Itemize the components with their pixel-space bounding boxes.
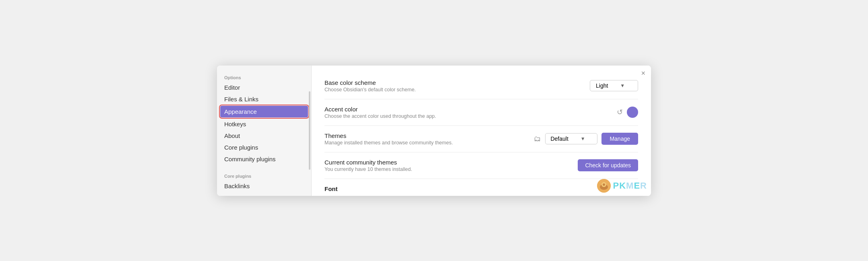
sidebar-scrollbar[interactable] bbox=[309, 91, 310, 169]
pkmer-watermark: PKMER bbox=[597, 179, 647, 193]
sidebar-item-hotkeys[interactable]: Hotkeys bbox=[217, 118, 311, 130]
reset-accent-icon[interactable]: ↺ bbox=[617, 108, 623, 117]
folder-icon[interactable]: 🗂 bbox=[534, 135, 541, 143]
core-plugins-section-label: Core plugins bbox=[217, 171, 311, 180]
setting-font-title: Font bbox=[324, 185, 638, 192]
setting-themes-info: Themes Manage installed themes and brows… bbox=[324, 132, 534, 146]
sidebar-item-core-plugins[interactable]: Core plugins bbox=[217, 142, 311, 153]
setting-accent-color-info: Accent color Choose the accent color use… bbox=[324, 106, 617, 119]
setting-accent-color-desc: Choose the accent color used throughout … bbox=[324, 113, 617, 119]
close-button[interactable]: × bbox=[641, 70, 645, 77]
sidebar-item-about[interactable]: About bbox=[217, 130, 311, 142]
setting-community-themes: Current community themes You currently h… bbox=[324, 152, 638, 179]
sidebar-item-files-links[interactable]: Files & Links bbox=[217, 93, 311, 105]
setting-community-themes-desc: You currently have 10 themes installed. bbox=[324, 166, 578, 172]
theme-value: Default bbox=[550, 136, 568, 142]
setting-base-color-scheme-title: Base color scheme bbox=[324, 79, 590, 86]
setting-base-color-scheme: Base color scheme Choose Obsidian's defa… bbox=[324, 73, 638, 99]
manage-button[interactable]: Manage bbox=[601, 133, 638, 145]
pkmer-logo-icon bbox=[597, 179, 611, 193]
setting-font-info: Font bbox=[324, 185, 638, 193]
setting-base-color-scheme-info: Base color scheme Choose Obsidian's defa… bbox=[324, 79, 590, 92]
setting-themes: Themes Manage installed themes and brows… bbox=[324, 126, 638, 152]
setting-community-themes-info: Current community themes You currently h… bbox=[324, 159, 578, 172]
setting-accent-color-control: ↺ bbox=[617, 107, 638, 118]
pkmer-text: PKMER bbox=[613, 181, 647, 191]
sidebar-item-community-plugins[interactable]: Community plugins bbox=[217, 153, 311, 165]
sidebar-item-appearance[interactable]: Appearance bbox=[220, 106, 308, 117]
setting-font: Font bbox=[324, 179, 638, 193]
settings-window: × Options Editor Files & Links Appearanc… bbox=[217, 66, 651, 196]
sidebar: Options Editor Files & Links Appearance … bbox=[217, 66, 312, 196]
chevron-down-icon: ▼ bbox=[581, 136, 585, 142]
sidebar-item-backlinks[interactable]: Backlinks bbox=[217, 180, 311, 192]
main-content: Base color scheme Choose Obsidian's defa… bbox=[312, 66, 651, 196]
svg-point-3 bbox=[603, 183, 605, 186]
setting-community-themes-control: Check for updates bbox=[578, 159, 638, 171]
setting-accent-color: Accent color Choose the accent color use… bbox=[324, 99, 638, 126]
sidebar-item-editor[interactable]: Editor bbox=[217, 82, 311, 93]
options-section-label: Options bbox=[217, 72, 311, 82]
setting-accent-color-title: Accent color bbox=[324, 106, 617, 113]
setting-base-color-scheme-desc: Choose Obsidian's default color scheme. bbox=[324, 87, 590, 92]
setting-themes-control: 🗂 Default ▼ Manage bbox=[534, 133, 638, 145]
accent-color-picker[interactable] bbox=[627, 107, 638, 118]
chevron-down-icon: ▼ bbox=[620, 83, 625, 88]
setting-themes-title: Themes bbox=[324, 132, 534, 139]
theme-dropdown[interactable]: Default ▼ bbox=[545, 133, 597, 144]
color-scheme-value: Light bbox=[596, 82, 608, 89]
check-for-updates-button[interactable]: Check for updates bbox=[578, 159, 638, 171]
setting-base-color-scheme-control: Light ▼ bbox=[590, 80, 638, 91]
setting-themes-desc: Manage installed themes and browse commu… bbox=[324, 140, 534, 146]
color-scheme-dropdown[interactable]: Light ▼ bbox=[590, 80, 638, 91]
setting-community-themes-title: Current community themes bbox=[324, 159, 578, 166]
